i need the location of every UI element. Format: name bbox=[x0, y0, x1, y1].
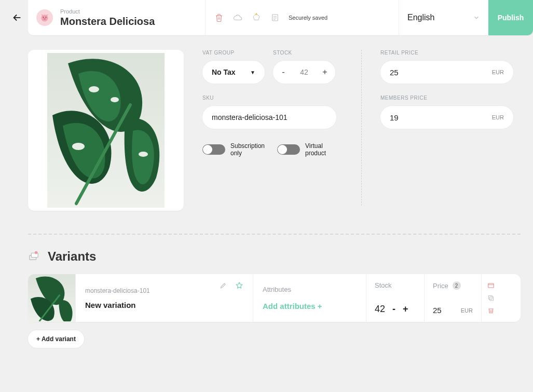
product-title: Monstera Deliciosa bbox=[60, 16, 155, 28]
chevron-down-icon bbox=[473, 14, 480, 21]
retail-price-input[interactable]: 25 EUR bbox=[380, 61, 513, 84]
action-1-button[interactable] bbox=[487, 282, 495, 289]
svg-point-1 bbox=[43, 17, 44, 18]
svg-rect-17 bbox=[488, 295, 492, 299]
members-price-currency: EUR bbox=[492, 114, 504, 120]
vertical-separator bbox=[361, 50, 362, 206]
variant-attributes-label: Attributes bbox=[263, 286, 357, 293]
language-label: English bbox=[407, 13, 434, 22]
notes-icon bbox=[270, 13, 280, 22]
product-header: Product Monstera Deliciosa bbox=[28, 0, 206, 35]
caret-down-icon: ▼ bbox=[250, 70, 255, 75]
stock-decrement[interactable]: - bbox=[280, 67, 286, 77]
variant-row: monstera-deliciosa-101 New variation Att… bbox=[28, 274, 521, 322]
delete-variant-button[interactable] bbox=[487, 307, 495, 314]
product-avatar bbox=[36, 9, 53, 26]
product-subtitle: Product bbox=[60, 8, 155, 15]
stock-label: STOCK bbox=[273, 50, 335, 56]
vat-group-value: No Tax bbox=[212, 68, 236, 76]
svg-point-3 bbox=[44, 18, 46, 20]
favorite-variant-button[interactable] bbox=[235, 281, 243, 292]
visibility-button[interactable] bbox=[233, 12, 243, 23]
back-button[interactable] bbox=[6, 0, 28, 35]
variant-name: New variation bbox=[85, 301, 243, 309]
members-price-input[interactable]: 19 EUR bbox=[380, 106, 513, 129]
add-variant-button[interactable]: + Add variant bbox=[28, 330, 84, 348]
copy-icon bbox=[487, 294, 495, 302]
sku-input[interactable]: monstera-deliciosa-101 bbox=[202, 106, 336, 129]
language-selector[interactable]: English bbox=[399, 0, 488, 35]
svg-point-11 bbox=[139, 152, 148, 157]
pig-icon bbox=[39, 12, 50, 23]
action-2-button[interactable] bbox=[487, 294, 495, 302]
svg-point-8 bbox=[89, 86, 99, 92]
members-price-value: 19 bbox=[390, 113, 399, 122]
svg-point-9 bbox=[111, 97, 119, 102]
add-attributes-button[interactable]: Add attributes + bbox=[263, 302, 357, 310]
window-icon bbox=[487, 282, 495, 289]
svg-rect-13 bbox=[31, 253, 38, 257]
warning-icon: ! bbox=[252, 12, 261, 23]
stock-stepper: - 42 + bbox=[273, 61, 335, 84]
variant-stock-decrement[interactable]: - bbox=[392, 304, 395, 315]
variant-price-label: Price bbox=[433, 282, 448, 290]
svg-point-14 bbox=[35, 251, 38, 254]
variant-price-value: 25 bbox=[433, 306, 442, 315]
sku-label: SKU bbox=[202, 95, 343, 101]
retail-price-currency: EUR bbox=[492, 69, 504, 75]
stock-value[interactable]: 42 bbox=[300, 68, 308, 76]
variant-price-currency: EUR bbox=[461, 307, 473, 314]
trash-icon bbox=[214, 13, 224, 22]
virtual-label: Virtual product bbox=[305, 142, 343, 157]
product-image bbox=[47, 53, 165, 208]
star-icon bbox=[235, 281, 243, 290]
subscription-label: Subscription only bbox=[230, 142, 268, 157]
svg-rect-15 bbox=[488, 283, 494, 288]
variants-heading: Variants bbox=[48, 249, 96, 264]
retail-price-label: RETAIL PRICE bbox=[380, 50, 521, 56]
section-divider bbox=[28, 234, 521, 235]
members-price-label: MEMBERS PRICE bbox=[380, 95, 521, 101]
alert-button[interactable]: ! bbox=[251, 12, 262, 23]
svg-point-2 bbox=[46, 17, 47, 18]
trash-icon bbox=[487, 307, 495, 314]
product-image-card[interactable] bbox=[28, 50, 184, 211]
svg-point-10 bbox=[72, 143, 85, 150]
pencil-icon bbox=[220, 282, 227, 289]
variant-stock-value[interactable]: 42 bbox=[375, 304, 385, 315]
delete-button[interactable] bbox=[214, 12, 224, 23]
vat-group-label: VAT GROUP bbox=[202, 50, 265, 56]
variant-thumbnail[interactable] bbox=[28, 274, 76, 322]
variants-icon bbox=[28, 250, 39, 263]
svg-rect-16 bbox=[490, 297, 494, 301]
sku-value: monstera-deliciosa-101 bbox=[212, 113, 288, 121]
variant-stock-increment[interactable]: + bbox=[403, 304, 408, 315]
notes-button[interactable] bbox=[270, 12, 280, 23]
cloud-icon bbox=[233, 13, 242, 22]
variant-stock-label: Stock bbox=[375, 281, 416, 289]
virtual-toggle[interactable] bbox=[277, 144, 300, 155]
publish-button[interactable]: Publish bbox=[488, 0, 533, 35]
arrow-left-icon bbox=[11, 12, 23, 23]
variant-price-badge: 2 bbox=[453, 281, 461, 290]
stock-increment[interactable]: + bbox=[322, 67, 328, 77]
retail-price-value: 25 bbox=[390, 68, 399, 77]
edit-variant-button[interactable] bbox=[220, 282, 227, 291]
vat-group-select[interactable]: No Tax ▼ bbox=[202, 61, 265, 84]
subscription-toggle[interactable] bbox=[202, 144, 225, 155]
saved-status: Securely saved bbox=[289, 15, 327, 21]
